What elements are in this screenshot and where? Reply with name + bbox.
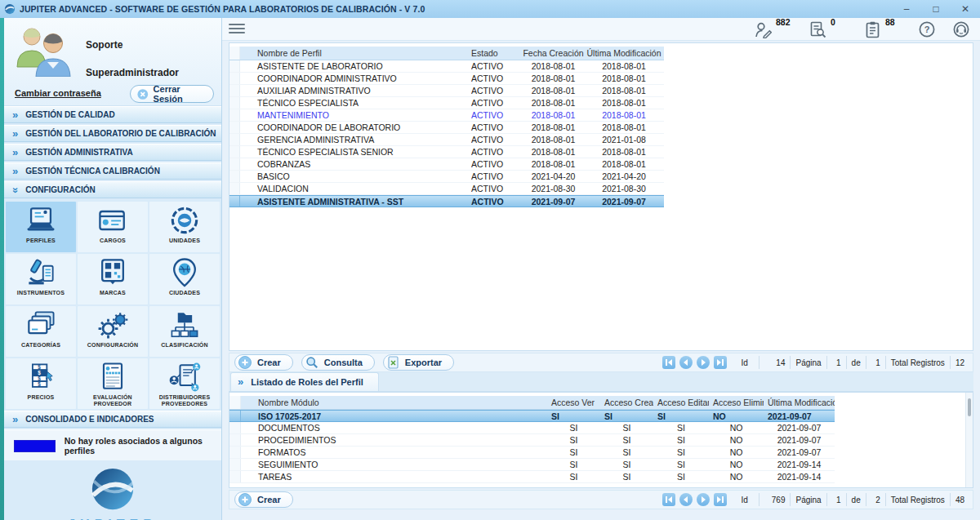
module-instrumentos[interactable]: INSTRUMENTOS (6, 254, 76, 304)
vertical-scrollbar[interactable] (965, 393, 973, 487)
module-precios[interactable]: $$$$PRECIOS (6, 358, 76, 409)
next-page-icon[interactable] (697, 356, 710, 369)
role-row[interactable]: TAREASSISISINO2021-09-14 (229, 471, 835, 483)
roles-panel: Nombre Módulo Acceso Ver Acceso Crear Ac… (229, 392, 973, 488)
module-marcas[interactable]: MARCAS (78, 254, 148, 304)
first-page-icon[interactable] (662, 493, 675, 506)
prev-page-icon[interactable] (679, 356, 693, 369)
sidebar-section-label: GESTIÓN DEL LABORATORIO DE CALIBRACIÓN (25, 129, 216, 138)
profile-row[interactable]: AUXILIAR ADMINISTRATIVOACTIVO2018-08-012… (229, 85, 664, 97)
col-estado[interactable]: Estado (471, 47, 523, 60)
module-label: EVALUACIÓN PROVEEDOR (78, 394, 148, 407)
total-value: 12 (950, 356, 969, 369)
role-row[interactable]: SEGUIMIENTOSISISINO2021-09-14 (229, 459, 835, 471)
help-icon: ? (918, 20, 936, 38)
profile-row[interactable]: ASISTENTE ADMINISTRATIVA - SSTACTIVO2021… (229, 195, 664, 207)
logout-label: Cerrar Sesión (154, 84, 207, 104)
support-button[interactable] (952, 20, 970, 38)
module-configuraci-n[interactable]: CONFIGURACIÓN (78, 306, 148, 357)
role-row[interactable]: DOCUMENTOSSISISINO2021-09-07 (229, 422, 835, 434)
module-clasificaci-n[interactable]: CLASIFICACIÓN (149, 306, 220, 357)
chevron-down-icon: » (11, 187, 20, 193)
logout-button[interactable]: Cerrar Sesión (130, 85, 214, 103)
col-nombre-perfil[interactable]: Nombre de Perfil (240, 47, 471, 60)
profile-row[interactable]: BASICOACTIVO2021-04-202021-04-20 (229, 171, 664, 183)
profile-row[interactable]: COORDINADOR ADMINISTRATIVOACTIVO2018-08-… (229, 73, 664, 85)
role-row[interactable]: FORMATOSSISISINO2021-09-07 (229, 447, 835, 459)
scrollbar-thumb[interactable] (968, 398, 971, 416)
role-row[interactable]: ISO 17025-2017SISISINO2021-09-07 (229, 410, 835, 422)
brand-logo: JUPITER ADVANCED (4, 467, 221, 520)
role-row[interactable]: PROCEDIMIENTOSSISISINO2021-09-07 (229, 434, 835, 447)
profile-row[interactable]: COORDINADOR DE LABORATORIOACTIVO2018-08-… (229, 122, 664, 134)
total-value: 48 (950, 493, 969, 506)
badge-count: 882 (776, 17, 792, 27)
col-fecha-creacion[interactable]: Fecha Creación (523, 47, 584, 60)
id-label: Id (736, 493, 759, 506)
sidebar-section-consolidado[interactable]: » CONSOLIDADO E INDICADORES (4, 411, 221, 428)
of-label: de (846, 356, 866, 369)
clipboard-button[interactable]: 88 (863, 20, 902, 38)
document-search-button[interactable]: 0 (808, 20, 847, 38)
profile-row[interactable]: ASISTENTE DE LABORATORIOACTIVO2018-08-01… (229, 60, 664, 73)
legend-text: No hay roles asociados a algunos perfile… (65, 436, 213, 456)
last-page-icon[interactable] (714, 493, 727, 506)
col-acceso-editar[interactable]: Acceso Editar (653, 396, 709, 409)
module-distribuidores-proveedores[interactable]: DISTRIBUIDORES PROVEEDORES (149, 358, 220, 409)
module-unidades[interactable]: UNIDADES (149, 202, 220, 252)
col-ultima-modificacion[interactable]: Última Modificación (584, 47, 664, 60)
sidebar-section-label: GESTIÓN ADMINISTRATIVA (25, 148, 132, 157)
create-role-button[interactable]: Crear (234, 491, 293, 508)
create-button[interactable]: Crear (234, 354, 293, 371)
plus-icon (238, 356, 252, 369)
sidebar-section-gestion-laboratorio[interactable]: »GESTIÓN DEL LABORATORIO DE CALIBRACIÓN (4, 125, 221, 142)
query-button[interactable]: Consulta (301, 354, 375, 371)
first-page-icon[interactable] (662, 356, 675, 369)
svg-text:$: $ (38, 381, 41, 388)
profile-row[interactable]: MANTENIMIENTOACTIVO2018-08-012018-08-01 (229, 109, 664, 122)
profile-row[interactable]: TÉCNICO ESPECIALISTA SENIORACTIVO2018-08… (229, 146, 664, 158)
export-button[interactable]: Exportar (383, 354, 454, 371)
of-value: 2 (866, 493, 885, 506)
module-perfiles[interactable]: PERFILES (6, 202, 76, 252)
next-page-icon[interactable] (697, 493, 710, 506)
sidebar-section-gestion-tecnica[interactable]: »GESTIÓN TÉCNICA CALIBRACIÓN (4, 162, 221, 180)
main-area: 882088? Nombre de Perfil Estado Fecha Cr… (222, 18, 980, 520)
maximize-icon[interactable]: □ (921, 0, 951, 18)
minimize-icon[interactable]: – (892, 0, 921, 18)
logout-x-icon (137, 88, 149, 100)
page-value: 1 (826, 493, 846, 506)
legend-swatch (14, 440, 56, 452)
module-ciudades[interactable]: CIUDADES (149, 254, 220, 304)
tab-listado-roles[interactable]: » Listado de Roles del Perfil (230, 372, 379, 391)
module-cargos[interactable]: CARGOS (78, 202, 148, 252)
profile-row[interactable]: VALIDACIONACTIVO2021-08-302021-08-30 (229, 183, 664, 195)
prev-page-icon[interactable] (679, 493, 693, 506)
profile-row[interactable]: GERENCIA ADMINISTRATIVAACTIVO2018-08-012… (229, 134, 664, 146)
brand-globe-icon (89, 467, 136, 513)
close-icon[interactable]: ✕ (951, 0, 980, 18)
col-ultima-modificacion[interactable]: Última Modificación (764, 396, 835, 409)
svg-text:?: ? (924, 24, 930, 34)
roles-tabstrip: » Listado de Roles del Perfil (229, 372, 973, 392)
sidebar-section-gestion-calidad[interactable]: »GESTIÓN DE CALIDAD (4, 106, 221, 123)
module-evaluaci-n-proveedor[interactable]: EVALUACIÓN PROVEEDOR (78, 358, 148, 409)
sidebar-section-configuracion[interactable]: »CONFIGURACIÓN (4, 181, 221, 198)
sidebar-section-gestion-administrativa[interactable]: »GESTIÓN ADMINISTRATIVA (4, 144, 221, 161)
change-password-link[interactable]: Cambiar contraseña (15, 88, 101, 98)
module-categor-as[interactable]: CATEGORÍAS (6, 306, 76, 357)
profile-row[interactable]: COBRANZASACTIVO2018-08-012018-08-01 (229, 158, 664, 171)
col-nombre-modulo[interactable]: Nombre Módulo (241, 396, 547, 409)
legend: No hay roles asociados a algunos perfile… (4, 429, 221, 460)
id-value: 14 (759, 356, 790, 369)
last-page-icon[interactable] (714, 356, 727, 369)
roles-toolbar: Crear Id 769 Página 1 de 2 Total Registr… (229, 490, 973, 509)
user-edit-button[interactable]: 882 (754, 20, 792, 38)
col-acceso-eliminar[interactable]: Acceso Eliminar (709, 396, 764, 409)
profile-row[interactable]: TÉCNICO ESPECIALISTAACTIVO2018-08-012018… (229, 97, 664, 109)
col-acceso-ver[interactable]: Acceso Ver (547, 396, 600, 409)
col-acceso-crear[interactable]: Acceso Crear (600, 396, 653, 409)
help-button[interactable]: ? (918, 20, 936, 38)
module-label: INSTRUMENTOS (17, 290, 65, 296)
menu-toggle-icon[interactable] (229, 24, 245, 35)
